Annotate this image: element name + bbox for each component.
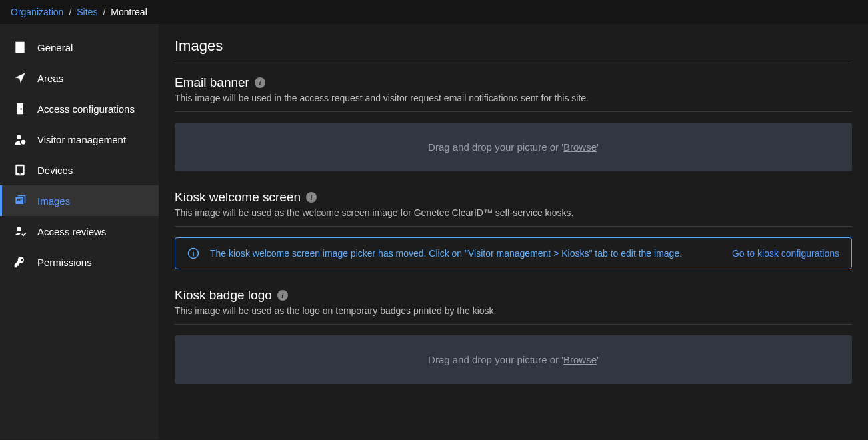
breadcrumb-separator: / — [103, 7, 105, 17]
breadcrumb-current: Montreal — [111, 7, 147, 17]
sidebar-item-general[interactable]: General — [0, 32, 159, 63]
section-title-text: Kiosk badge logo — [175, 288, 272, 303]
sidebar-item-devices[interactable]: Devices — [0, 155, 159, 185]
sidebar-item-areas[interactable]: Areas — [0, 63, 159, 93]
sidebar-item-label: Devices — [37, 165, 73, 176]
section-desc-email-banner: This image will be used in the access re… — [175, 93, 852, 103]
section-title-text: Email banner — [175, 75, 249, 90]
divider — [175, 63, 852, 63]
page-title: Images — [175, 37, 852, 55]
user-clock-icon — [13, 133, 27, 146]
section-title-text: Kiosk welcome screen — [175, 190, 301, 205]
email-banner-dropzone[interactable]: Drag and drop your picture or 'Browse' — [175, 123, 852, 171]
section-desc-kiosk-badge: This image will be used as the logo on t… — [175, 305, 852, 316]
breadcrumb-separator: / — [69, 7, 71, 17]
section-desc-kiosk-welcome: This image will be used as the welcome s… — [175, 207, 852, 218]
sidebar-item-label: Access configurations — [37, 103, 135, 115]
sidebar-item-access-reviews[interactable]: Access reviews — [0, 216, 159, 247]
section-email-banner: Email banner i This image will be used i… — [175, 75, 852, 171]
sidebar-item-visitor-management[interactable]: Visitor management — [0, 124, 159, 155]
sidebar-item-label: Areas — [37, 73, 63, 84]
kiosk-welcome-info-banner: The kiosk welcome screen image picker ha… — [175, 237, 852, 269]
tablet-icon — [13, 163, 27, 177]
info-circle-icon — [187, 247, 199, 259]
section-kiosk-badge: Kiosk badge logo i This image will be us… — [175, 288, 852, 384]
images-icon — [13, 194, 27, 207]
door-icon — [13, 102, 27, 115]
sidebar-item-label: Access reviews — [37, 226, 106, 237]
user-check-icon — [13, 225, 27, 238]
section-kiosk-welcome: Kiosk welcome screen i This image will b… — [175, 190, 852, 269]
section-title-email-banner: Email banner i — [175, 75, 852, 90]
dropzone-text-end: ' — [597, 354, 599, 365]
info-icon[interactable]: i — [306, 192, 317, 203]
browse-link[interactable]: Browse — [563, 354, 597, 365]
breadcrumb-organization[interactable]: Organization — [11, 7, 63, 17]
location-arrow-icon — [13, 71, 27, 85]
dropzone-text-end: ' — [597, 141, 599, 153]
info-banner-message: The kiosk welcome screen image picker ha… — [210, 248, 732, 259]
breadcrumb: Organization / Sites / Montreal — [0, 0, 868, 24]
building-icon — [13, 41, 27, 54]
sidebar-item-permissions[interactable]: Permissions — [0, 247, 159, 277]
section-title-kiosk-badge: Kiosk badge logo i — [175, 288, 852, 303]
sidebar-item-images[interactable]: Images — [0, 185, 159, 216]
browse-link[interactable]: Browse — [563, 141, 597, 153]
info-icon[interactable]: i — [277, 290, 288, 301]
dropzone-text: Drag and drop your picture or ' — [428, 354, 563, 365]
svg-point-2 — [193, 251, 193, 251]
section-title-kiosk-welcome: Kiosk welcome screen i — [175, 190, 852, 205]
sidebar-item-access-configurations[interactable]: Access configurations — [0, 93, 159, 124]
sidebar-item-label: General — [37, 42, 73, 53]
info-icon[interactable]: i — [255, 77, 265, 88]
breadcrumb-sites[interactable]: Sites — [77, 7, 97, 17]
sidebar-item-label: Permissions — [37, 257, 92, 268]
main-content: Images Email banner i This image will be… — [159, 24, 868, 439]
sidebar: General Areas Access configurations Visi… — [0, 24, 159, 439]
key-icon — [13, 255, 27, 269]
dropzone-text: Drag and drop your picture or ' — [428, 141, 563, 153]
sidebar-item-label: Images — [37, 195, 70, 207]
go-to-kiosk-configurations-link[interactable]: Go to kiosk configurations — [732, 248, 839, 259]
kiosk-badge-dropzone[interactable]: Drag and drop your picture or 'Browse' — [175, 335, 852, 384]
sidebar-item-label: Visitor management — [37, 134, 126, 145]
